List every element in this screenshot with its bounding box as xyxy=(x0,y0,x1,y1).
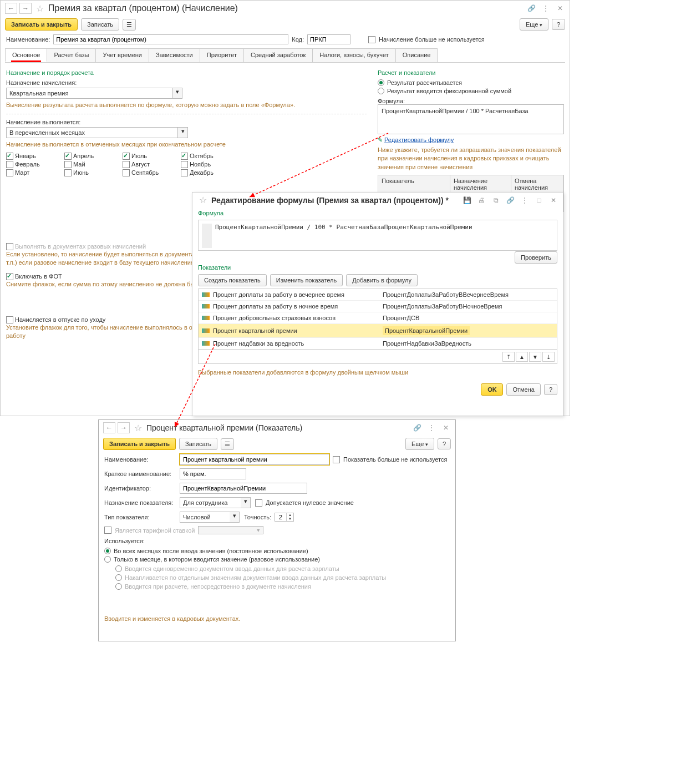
link-icon[interactable]: 🔗 xyxy=(505,195,515,205)
create-indicator-button[interactable]: Создать показатель xyxy=(198,274,267,286)
copy-icon[interactable]: ⧉ xyxy=(491,195,501,205)
stepper-up-icon[interactable]: ▲ xyxy=(287,513,293,517)
nav-forward-button[interactable]: → xyxy=(118,422,130,433)
save-close-button[interactable]: Записать и закрыть xyxy=(103,438,176,450)
month-checkbox[interactable] xyxy=(181,169,188,176)
month-item[interactable]: Апрель xyxy=(64,153,111,160)
purpose-dropdown-icon[interactable]: ▾ xyxy=(172,88,182,99)
list-icon-button[interactable]: ☰ xyxy=(123,19,136,31)
more-button[interactable]: Еще xyxy=(520,18,548,31)
ind-name-input[interactable] xyxy=(180,454,329,465)
tab-desc[interactable]: Описание xyxy=(395,48,438,62)
ind-purpose-select[interactable]: Для сотрудника xyxy=(180,497,241,508)
usage-radio-once[interactable] xyxy=(104,556,111,563)
print-icon[interactable]: 🖨 xyxy=(476,195,486,205)
tab-base[interactable]: Расчет базы xyxy=(47,48,96,62)
month-item[interactable]: Май xyxy=(64,161,111,168)
star-icon[interactable]: ☆ xyxy=(132,423,144,433)
kebab-icon[interactable]: ⋮ xyxy=(541,3,551,13)
month-item[interactable]: Сентябрь xyxy=(123,169,170,176)
precision-stepper[interactable]: ▲▼ xyxy=(275,513,294,522)
month-checkbox[interactable] xyxy=(123,153,130,160)
purpose-select[interactable]: Квартальная премия xyxy=(6,88,172,99)
tab-tax[interactable]: Налоги, взносы, бухучет xyxy=(312,48,396,62)
kebab-icon[interactable]: ⋮ xyxy=(426,423,436,433)
help-button[interactable]: ? xyxy=(552,19,565,30)
close-icon[interactable]: ✕ xyxy=(548,195,558,205)
month-item[interactable]: Август xyxy=(123,161,170,168)
save-button[interactable]: Записать xyxy=(179,438,217,450)
fot-checkbox[interactable] xyxy=(6,273,13,280)
code-input[interactable] xyxy=(307,34,350,44)
radio-calc[interactable] xyxy=(378,79,384,86)
close-icon[interactable]: ✕ xyxy=(441,423,451,433)
perform-dropdown-icon[interactable]: ▾ xyxy=(178,127,188,138)
month-item[interactable]: Ноябрь xyxy=(181,161,228,168)
radio-fixed[interactable] xyxy=(378,88,384,94)
month-checkbox[interactable] xyxy=(6,161,13,168)
month-checkbox[interactable] xyxy=(64,153,72,160)
ind-short-input[interactable] xyxy=(180,468,246,479)
month-checkbox[interactable] xyxy=(181,153,188,160)
ind-not-used-checkbox[interactable] xyxy=(333,456,340,463)
star-icon[interactable]: ☆ xyxy=(197,195,209,205)
link-icon[interactable]: 🔗 xyxy=(526,3,536,13)
more-button[interactable]: Еще xyxy=(405,438,434,450)
save-button[interactable]: Записать xyxy=(81,18,119,31)
row-first-icon[interactable]: ⤒ xyxy=(502,352,515,362)
star-icon[interactable]: ☆ xyxy=(34,3,46,14)
row-up-icon[interactable]: ▲ xyxy=(516,352,528,362)
help-button[interactable]: ? xyxy=(544,384,557,395)
edit-formula-link[interactable]: Редактировать формулу xyxy=(384,136,454,143)
month-item[interactable]: Март xyxy=(6,169,53,176)
month-checkbox[interactable] xyxy=(64,169,72,176)
stepper-down-icon[interactable]: ▼ xyxy=(287,517,293,521)
indicator-row[interactable]: Процент доплаты за работу в ночное время… xyxy=(199,301,557,312)
indicator-row[interactable]: Процент доплаты за работу в вечернее вре… xyxy=(199,289,557,301)
indicator-row[interactable]: Процент добровольных страховых взносовПр… xyxy=(199,312,557,324)
maximize-icon[interactable]: □ xyxy=(534,195,544,205)
tab-deps[interactable]: Зависимости xyxy=(149,48,200,62)
kebab-icon[interactable]: ⋮ xyxy=(520,195,530,205)
month-checkbox[interactable] xyxy=(6,153,13,160)
link-icon[interactable]: 🔗 xyxy=(412,423,422,433)
tab-priority[interactable]: Приоритет xyxy=(200,48,244,62)
month-item[interactable]: Февраль xyxy=(6,161,53,168)
ind-id-input[interactable] xyxy=(180,483,307,494)
indicator-row[interactable]: Процент надбавки за вредностьПроцентНадб… xyxy=(199,338,557,350)
close-icon[interactable]: ✕ xyxy=(555,3,565,13)
tab-avg[interactable]: Средний заработок xyxy=(243,48,313,62)
not-used-checkbox[interactable] xyxy=(368,36,375,43)
month-checkbox[interactable] xyxy=(123,161,130,168)
month-checkbox[interactable] xyxy=(123,169,130,176)
month-item[interactable]: Декабрь xyxy=(181,169,228,176)
vacation-checkbox[interactable] xyxy=(6,316,13,323)
precision-input[interactable] xyxy=(275,513,286,521)
edit-indicator-button[interactable]: Изменить показатель xyxy=(270,274,343,286)
row-last-icon[interactable]: ⤓ xyxy=(542,352,555,362)
month-item[interactable]: Июнь xyxy=(64,169,111,176)
month-item[interactable]: Июль xyxy=(123,153,170,160)
allow-zero-checkbox[interactable] xyxy=(255,499,262,507)
ok-button[interactable]: OK xyxy=(481,383,503,396)
month-item[interactable]: Январь xyxy=(6,153,53,160)
nav-back-button[interactable]: ← xyxy=(5,3,17,14)
help-button[interactable]: ? xyxy=(438,438,451,449)
tab-time[interactable]: Учет времени xyxy=(95,48,149,62)
chevron-down-icon[interactable]: ▾ xyxy=(230,512,240,523)
month-checkbox[interactable] xyxy=(64,161,72,168)
save-close-button[interactable]: Записать и закрыть xyxy=(5,18,78,31)
row-down-icon[interactable]: ▼ xyxy=(529,352,541,362)
chevron-down-icon[interactable]: ▾ xyxy=(241,497,251,508)
nav-forward-button[interactable]: → xyxy=(19,3,32,14)
usage-radio-permanent[interactable] xyxy=(104,548,111,554)
nav-back-button[interactable]: ← xyxy=(103,422,115,433)
add-to-formula-button[interactable]: Добавить в формулу xyxy=(346,274,418,286)
tab-main[interactable]: Основное xyxy=(5,48,47,62)
month-checkbox[interactable] xyxy=(6,169,13,176)
list-icon-button[interactable]: ☰ xyxy=(221,438,234,450)
cancel-button[interactable]: Отмена xyxy=(506,383,540,396)
save-icon[interactable]: 💾 xyxy=(462,195,472,205)
check-button[interactable]: Проверить xyxy=(515,251,557,264)
indicator-row[interactable]: Процент квартальной премииПроцентКвартал… xyxy=(199,324,557,338)
